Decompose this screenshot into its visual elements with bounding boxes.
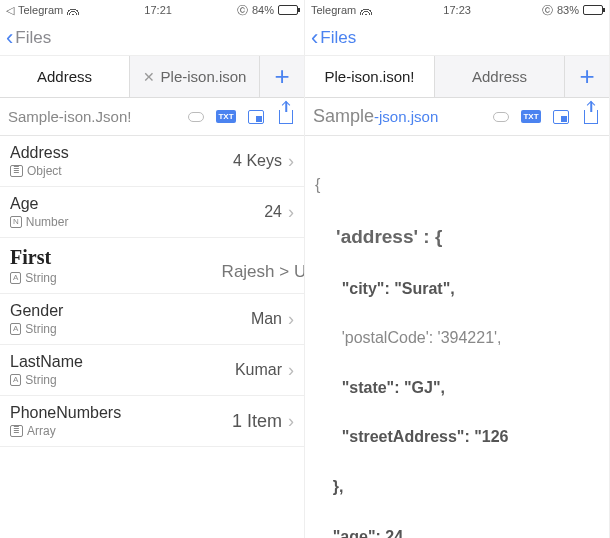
type-badge-icon: N [10,216,22,228]
battery-prefix: ⓒ [542,3,553,18]
raw-json-view[interactable]: { 'address' : { "city": "Surat", 'postal… [305,136,609,538]
row-value: Rajesh > Udhna [222,262,304,282]
row-key: PhoneNumbers [10,404,232,422]
image-icon[interactable] [246,107,266,127]
json-line: "state": "GJ", [315,376,599,401]
tab-file[interactable]: ✕ Ple-ison.ison [130,56,260,97]
tabs-row: Address ✕ Ple-ison.ison + [0,56,304,98]
row-value: Kumar [235,361,282,379]
back-to-app-badge[interactable]: ◁ [6,4,14,17]
json-line: }, [315,475,599,500]
row-type: Number [26,215,69,229]
add-tab-button[interactable]: + [260,56,304,97]
row-key: LastName [10,353,235,371]
row-type: Object [27,164,62,178]
row-value: 1 Item [232,411,282,432]
filename-label: Sample-ison.Json! [8,108,176,125]
row-value: Man [251,310,282,328]
list-row-age[interactable]: Age NNumber 24› [0,187,304,238]
carrier-label: Telegram [311,4,356,16]
type-badge-icon: ≣ [10,425,23,437]
image-icon[interactable] [551,107,571,127]
tabs-row: Ple-ison.ison! Address + [305,56,609,98]
left-pane: ◁ Telegram 17:21 ⓒ 84% ‹ Files Address ✕… [0,0,305,538]
row-type: String [25,322,56,336]
nav-bar: ‹ Files [0,20,304,56]
tab-label: Ple-ison.ison! [324,68,414,85]
status-bar: Telegram 17:23 ⓒ 83% [305,0,609,20]
row-type: String [25,271,56,285]
row-type: String [25,373,56,387]
back-label[interactable]: Files [15,28,51,48]
row-value: 24 [264,203,282,221]
filename-label: Sample-json.json [313,106,481,127]
key-list[interactable]: Address ≣Object 4 Keys› Age NNumber 24› … [0,136,304,538]
type-badge-icon: A [10,374,21,386]
list-row-firstname[interactable]: First AString Rajesh > Udhna [0,238,304,294]
key-icon[interactable] [186,107,206,127]
txt-badge-icon[interactable]: TXT [216,107,236,127]
list-row-gender[interactable]: Gender AString Man› [0,294,304,345]
row-key: Age [10,195,264,213]
battery-icon [278,5,298,15]
tab-label: Ple-ison.ison [161,68,247,85]
battery-text: 84% [252,4,274,16]
tab-file[interactable]: Ple-ison.ison! [305,56,435,97]
back-chevron-icon[interactable]: ‹ [6,25,13,51]
type-badge-icon: A [10,323,21,335]
json-line: { [315,173,599,198]
json-line: "city": "Surat", [315,277,599,302]
json-line: 'address' : { [315,222,599,251]
list-row-lastname[interactable]: LastName AString Kumar› [0,345,304,396]
chevron-right-icon: › [288,202,294,223]
right-pane: Telegram 17:23 ⓒ 83% ‹ Files Ple-ison.is… [305,0,610,538]
chevron-right-icon: › [288,411,294,432]
row-type: Array [27,424,56,438]
clock: 17:23 [443,4,471,16]
tab-label: Address [472,68,527,85]
row-key: Address [10,144,233,162]
json-line: "streetAddress": "126 [315,425,599,450]
battery-prefix: ⓒ [237,3,248,18]
close-icon[interactable]: ✕ [143,69,155,85]
file-toolbar: Sample-json.json TXT [305,98,609,136]
tab-address[interactable]: Address [0,56,130,97]
chevron-right-icon: › [288,360,294,381]
wifi-icon [67,6,79,15]
json-line: 'postalCode': '394221', [315,326,599,351]
file-toolbar: Sample-ison.Json! TXT [0,98,304,136]
list-row-phonenumbers[interactable]: PhoneNumbers ≣Array 1 Item› [0,396,304,447]
wifi-icon [360,6,372,15]
back-label[interactable]: Files [320,28,356,48]
add-tab-button[interactable]: + [565,56,609,97]
carrier-label: Telegram [18,4,63,16]
key-icon[interactable] [491,107,511,127]
chevron-right-icon: › [288,309,294,330]
nav-bar: ‹ Files [305,20,609,56]
battery-text: 83% [557,4,579,16]
back-chevron-icon[interactable]: ‹ [311,25,318,51]
share-icon[interactable] [276,107,296,127]
status-bar: ◁ Telegram 17:21 ⓒ 84% [0,0,304,20]
row-value: 4 Keys [233,152,282,170]
clock: 17:21 [144,4,172,16]
row-key: Gender [10,302,251,320]
list-row-address[interactable]: Address ≣Object 4 Keys› [0,136,304,187]
json-line: "age": 24, [315,525,599,538]
battery-icon [583,5,603,15]
type-badge-icon: ≣ [10,165,23,177]
txt-badge-icon[interactable]: TXT [521,107,541,127]
tab-label: Address [37,68,92,85]
tab-address[interactable]: Address [435,56,565,97]
chevron-right-icon: › [288,151,294,172]
type-badge-icon: A [10,272,21,284]
share-icon[interactable] [581,107,601,127]
